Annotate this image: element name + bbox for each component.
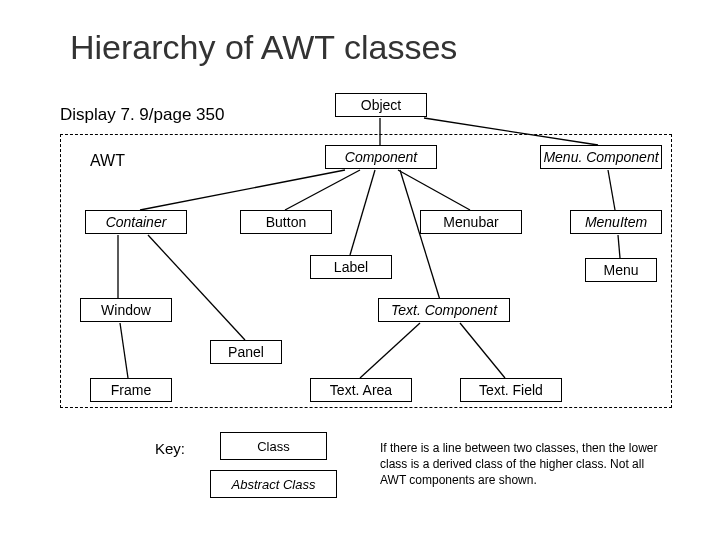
- node-label: Label: [310, 255, 392, 279]
- legend-class: Class: [220, 432, 327, 460]
- legend-class-text: Class: [257, 439, 290, 454]
- awt-region-label: AWT: [90, 152, 125, 170]
- legend-abstract-class: Abstract Class: [210, 470, 337, 498]
- node-container: Container: [85, 210, 187, 234]
- subtitle: Display 7. 9/page 350: [60, 105, 224, 125]
- legend-caption: If there is a line between two classes, …: [380, 440, 660, 489]
- node-window: Window: [80, 298, 172, 322]
- slide: Hierarchy of AWT classes Display 7. 9/pa…: [0, 0, 720, 540]
- legend-abstract-class-text: Abstract Class: [232, 477, 316, 492]
- node-menu-item: MenuItem: [570, 210, 662, 234]
- node-object: Object: [335, 93, 427, 117]
- node-text-component: Text. Component: [378, 298, 510, 322]
- page-title: Hierarchy of AWT classes: [70, 28, 457, 67]
- node-frame: Frame: [90, 378, 172, 402]
- node-panel: Panel: [210, 340, 282, 364]
- node-text-area: Text. Area: [310, 378, 412, 402]
- node-menubar: Menubar: [420, 210, 522, 234]
- node-text-field: Text. Field: [460, 378, 562, 402]
- node-menu-component: Menu. Component: [540, 145, 662, 169]
- node-component: Component: [325, 145, 437, 169]
- key-label: Key:: [155, 440, 185, 457]
- node-button: Button: [240, 210, 332, 234]
- node-menu: Menu: [585, 258, 657, 282]
